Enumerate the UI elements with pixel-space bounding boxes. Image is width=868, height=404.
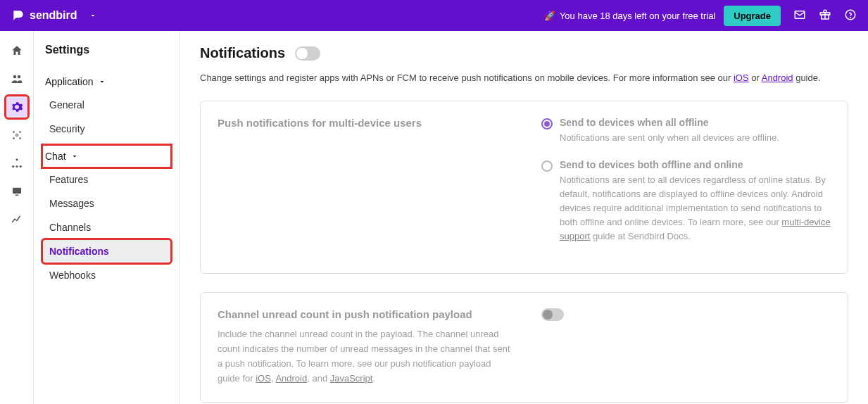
svg-point-12 <box>15 158 18 160</box>
svg-point-6 <box>17 75 20 79</box>
svg-point-14 <box>19 165 21 168</box>
main-content: Notifications Change settings and regist… <box>180 31 868 404</box>
group-application[interactable]: Application <box>42 70 171 93</box>
svg-point-8 <box>13 132 14 133</box>
chevron-down-icon <box>89 11 97 20</box>
rocket-icon: 🚀 <box>544 11 555 21</box>
settings-sidebar: Settings Application General Security Ch… <box>34 31 180 404</box>
rail-home[interactable] <box>6 39 28 62</box>
rail-data[interactable] <box>6 124 28 146</box>
rail-desktop[interactable] <box>6 180 28 203</box>
payload-ios-link[interactable]: iOS <box>256 373 271 384</box>
svg-rect-17 <box>15 195 18 196</box>
card-unread-count: Channel unread count in push notificatio… <box>200 292 848 402</box>
rail-analytics[interactable] <box>6 208 28 231</box>
payload-js-link[interactable]: JavaScript <box>330 373 373 384</box>
card-multi-device: Push notifications for multi-device user… <box>200 101 848 274</box>
svg-rect-16 <box>13 188 21 194</box>
nav-channels[interactable]: Channels <box>42 215 171 239</box>
upgrade-button[interactable]: Upgrade <box>724 6 781 26</box>
brand-name: sendbird <box>30 9 77 22</box>
help-icon[interactable] <box>844 8 857 23</box>
trial-notice: 🚀 You have 18 days left on your free tri… <box>544 11 715 21</box>
card-multi-device-title: Push notifications for multi-device user… <box>218 117 513 129</box>
svg-point-11 <box>19 138 20 139</box>
chevron-down-icon <box>70 152 79 160</box>
sidebar-title: Settings <box>42 44 171 56</box>
radio-icon <box>541 118 553 130</box>
nav-webhooks[interactable]: Webhooks <box>42 263 171 287</box>
chevron-down-icon <box>98 77 106 86</box>
radio-all-offline[interactable]: Send to devices when all offline Notific… <box>541 117 831 145</box>
trial-text: You have 18 days left on your free trial <box>560 11 715 21</box>
unread-count-toggle[interactable] <box>541 308 564 321</box>
brand-logo[interactable]: sendbird <box>11 8 77 23</box>
nav-messages[interactable]: Messages <box>42 191 171 215</box>
notifications-master-toggle[interactable] <box>295 46 320 61</box>
payload-android-link[interactable]: Android <box>275 373 307 384</box>
nav-general[interactable]: General <box>42 93 171 117</box>
radio-icon <box>541 160 553 172</box>
rail-nodes[interactable] <box>6 152 28 175</box>
nav-rail <box>0 31 34 404</box>
svg-point-15 <box>15 165 18 168</box>
nav-notifications[interactable]: Notifications <box>42 239 171 263</box>
card-unread-count-title: Channel unread count in push notificatio… <box>218 308 513 320</box>
mail-icon[interactable] <box>793 8 806 23</box>
svg-point-4 <box>850 17 851 18</box>
android-guide-link[interactable]: Android <box>762 72 793 83</box>
nav-features[interactable]: Features <box>42 168 171 191</box>
page-intro: Change settings and register apps with A… <box>200 71 848 85</box>
page-title: Notifications <box>200 45 285 61</box>
rail-users[interactable] <box>6 68 28 90</box>
gift-icon[interactable] <box>819 8 831 23</box>
ios-guide-link[interactable]: iOS <box>734 72 749 83</box>
group-chat[interactable]: Chat <box>42 145 171 168</box>
radio-both[interactable]: Send to devices both offline and online … <box>541 159 831 244</box>
sendbird-logo-icon <box>11 8 25 23</box>
topbar: sendbird 🚀 You have 18 days left on your… <box>0 0 868 31</box>
svg-point-10 <box>13 138 14 139</box>
svg-point-9 <box>19 132 20 133</box>
nav-security[interactable]: Security <box>42 117 171 141</box>
rail-settings[interactable] <box>6 96 28 118</box>
app-switcher[interactable] <box>84 8 101 23</box>
svg-point-13 <box>12 165 14 168</box>
gear-icon <box>11 101 23 113</box>
svg-point-7 <box>15 134 18 137</box>
svg-point-5 <box>13 75 16 79</box>
